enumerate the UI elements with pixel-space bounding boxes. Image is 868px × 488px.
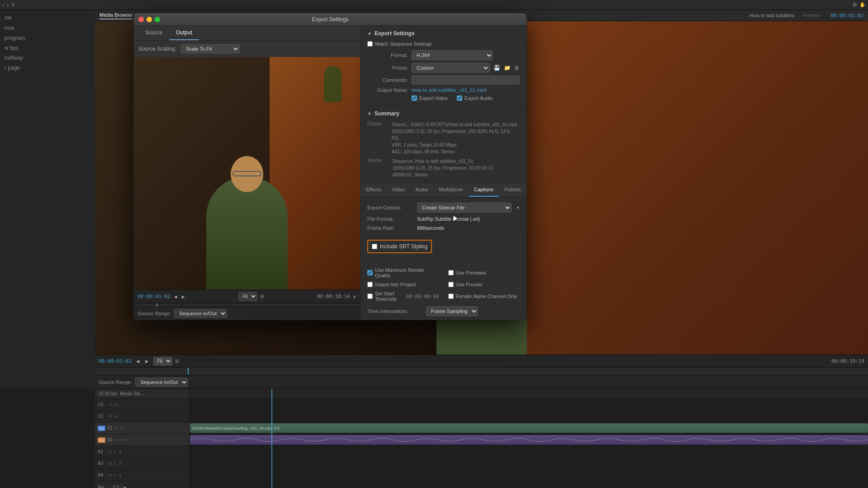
set-start-timecode-checkbox[interactable]: [367, 294, 373, 299]
tab-video[interactable]: Video: [386, 183, 410, 197]
dialog-fit-select[interactable]: Fit: [238, 292, 257, 301]
collapse-toggle[interactable]: ▼: [367, 31, 372, 36]
play-btn[interactable]: ►: [144, 358, 150, 365]
v1-clip[interactable]: DaVinciResolveColourGrading_V02_06.mp4 (…: [190, 423, 868, 433]
use-previews-label[interactable]: Use Previews: [448, 267, 520, 278]
export-options-label: Export Options:: [367, 205, 413, 210]
current-time: 00:00:01:02: [99, 358, 132, 364]
set-start-timecode-label[interactable]: Set Start Timecode 00:00:00:00: [367, 291, 439, 302]
dialog-playhead-bar[interactable]: [134, 303, 360, 307]
preset-save-icon[interactable]: 💾: [493, 65, 500, 71]
playhead-timeline[interactable]: [95, 367, 868, 374]
toolbar-forward[interactable]: ›: [7, 1, 9, 9]
export-audio-label[interactable]: Export Audio: [457, 95, 493, 101]
a1-clip[interactable]: [190, 435, 868, 445]
track-content-area: DaVinciResolveColourGrading_V02_06.mp4 (…: [190, 389, 868, 488]
a2-s[interactable]: S: [114, 450, 117, 454]
a4-m[interactable]: M: [109, 473, 112, 478]
use-proxies-checkbox[interactable]: [448, 282, 454, 287]
use-proxies-label[interactable]: Use Proxies: [448, 282, 520, 287]
import-into-project-label[interactable]: Import Into Project: [367, 282, 439, 287]
dialog-current-time: 00:00:01:02: [138, 294, 171, 299]
track-a3-label: A3 M S 🎙: [95, 458, 190, 469]
crop-btn[interactable]: ⊞: [260, 294, 264, 299]
export-video-label[interactable]: Export Video: [412, 95, 448, 101]
v2-icon-eye[interactable]: 👁: [109, 414, 113, 419]
sidebar-item-1: ow: [0, 10, 95, 23]
settings-tabs: Effects Video Audio Multiplexer Captions…: [360, 183, 526, 197]
export-options-row: Export Options: Create Sidecar File ▼: [367, 203, 520, 213]
a3-m[interactable]: M: [109, 461, 112, 466]
source-details2: 48000 Hz, Stereo: [392, 171, 493, 178]
file-format-label: File Format:: [367, 216, 413, 222]
use-max-render-label[interactable]: Use Maximum Render Quality: [367, 267, 439, 278]
close-button[interactable]: [138, 17, 144, 22]
dialog-source-range-select[interactable]: Sequence In/Out: [174, 309, 227, 318]
tab-source[interactable]: Source: [138, 26, 169, 40]
summary-collapse-toggle[interactable]: ▼: [367, 111, 372, 116]
tab-effects[interactable]: Effects: [360, 183, 386, 197]
frame-rate-label: Frame Rate:: [367, 225, 413, 231]
use-previews-checkbox[interactable]: [448, 270, 454, 275]
add-marker-btn[interactable]: +: [353, 293, 356, 300]
dialog-play-back[interactable]: ◄: [173, 294, 178, 299]
render-alpha-label[interactable]: Render Alpha Channel Only: [448, 291, 520, 302]
tab-media-browser[interactable]: Media Browser: [100, 11, 133, 19]
dialog-play[interactable]: ►: [181, 294, 186, 299]
a1-mic: 🎙: [124, 438, 128, 442]
preset-select[interactable]: Custom: [412, 63, 490, 73]
interpolation-select[interactable]: Frame Sampling: [426, 306, 478, 316]
play-back-btn[interactable]: ◄: [135, 358, 141, 365]
match-sequence-label[interactable]: Match Sequence Settings: [367, 41, 520, 47]
tab-publish[interactable]: Publish: [499, 183, 526, 197]
tab-output[interactable]: Output: [169, 26, 199, 40]
output-path: /Users/... Edit/01 EXPORTS/How to add su…: [392, 121, 520, 128]
fit-select[interactable]: Fit: [153, 357, 172, 365]
track-a4-content: [190, 469, 868, 481]
import-into-project-checkbox[interactable]: [367, 282, 373, 287]
render-alpha-checkbox[interactable]: [448, 294, 454, 299]
source-range-select[interactable]: Sequence In/Out: [135, 378, 188, 387]
toolbar-back[interactable]: ‹: [2, 1, 5, 9]
include-srt-checkbox[interactable]: [372, 244, 377, 249]
use-previews-text: Use Previews: [456, 270, 486, 275]
format-select[interactable]: H.264: [412, 50, 493, 60]
use-max-render-checkbox[interactable]: [367, 270, 373, 275]
a1-solo[interactable]: S: [120, 438, 123, 442]
match-sequence-text: Match Sequence Settings: [375, 41, 432, 47]
v3-icon-eye[interactable]: 👁: [109, 403, 113, 407]
output-name-link[interactable]: How to add subtitles_v01_01.mp4: [412, 87, 487, 93]
a2-m[interactable]: M: [109, 450, 112, 454]
export-audio-checkbox[interactable]: [457, 95, 462, 101]
a1-icon[interactable]: M: [114, 438, 118, 442]
a4-s[interactable]: S: [114, 473, 117, 478]
preset-delete-icon[interactable]: 🗑: [514, 65, 520, 71]
v1-icon-lock[interactable]: ⊕: [120, 426, 124, 431]
bottom-options: Use Maximum Render Quality Use Previews …: [360, 262, 526, 320]
export-options-select[interactable]: Create Sidecar File: [417, 203, 512, 213]
v2-icon-lock[interactable]: ⊕: [114, 414, 118, 419]
comments-input[interactable]: [412, 76, 520, 85]
timeline-controls: 25.00 fps Media Sta...: [95, 389, 190, 399]
tab-captions[interactable]: Captions: [469, 183, 499, 197]
toolbar-close[interactable]: ✕: [11, 2, 15, 8]
preset-folder-icon[interactable]: 📁: [504, 65, 511, 71]
video-wall: [520, 21, 868, 389]
tab-audio[interactable]: Audio: [410, 183, 433, 197]
summary-output-row: Output: /Users/... Edit/01 EXPORTS/How t…: [367, 121, 520, 155]
match-sequence-checkbox[interactable]: [367, 41, 373, 47]
minimize-button[interactable]: [147, 17, 152, 22]
preview-panel: Source Output Source Scaling: Scale To F…: [134, 26, 360, 320]
frame-rate-display: 25.00 fps: [99, 391, 117, 396]
source-scaling-select[interactable]: Scale To Fit: [181, 44, 240, 53]
a2-label: A2: [98, 449, 107, 454]
maximize-button[interactable]: [155, 17, 160, 22]
track-mix-label: Mix 0.0 |◄: [95, 481, 190, 488]
export-video-checkbox[interactable]: [412, 95, 417, 101]
mix-icon[interactable]: |◄: [121, 485, 127, 488]
include-srt-row[interactable]: Include SRT Styling: [367, 240, 432, 253]
tab-multiplexer[interactable]: Multiplexer: [434, 183, 469, 197]
a3-s[interactable]: S: [114, 461, 117, 466]
v1-icon-eye[interactable]: 👁: [114, 426, 119, 431]
v3-icon-lock[interactable]: ⊕: [114, 403, 118, 407]
